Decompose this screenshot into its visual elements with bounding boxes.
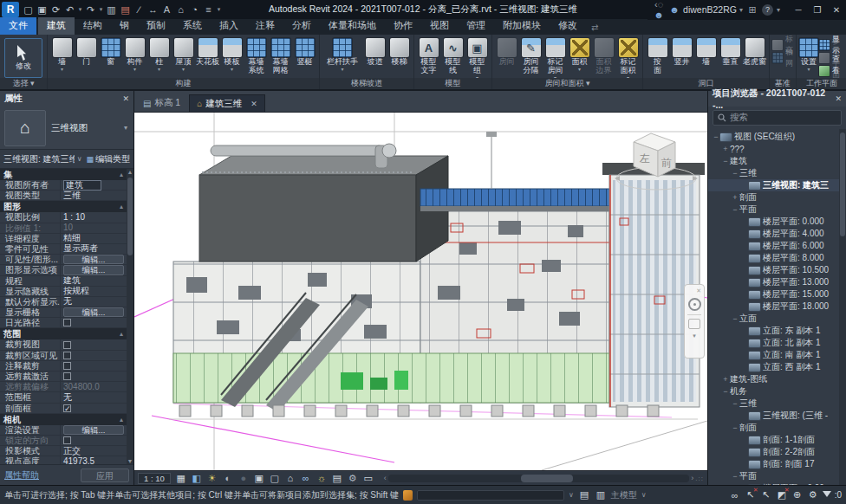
instance-selector[interactable]: 三维视图: 建筑三维 <box>3 153 75 165</box>
tool-modify[interactable]: 修改 <box>4 38 42 78</box>
checkbox[interactable] <box>63 362 71 370</box>
ribbon-tab-manage[interactable]: 管理 <box>458 17 494 35</box>
section-icon[interactable]: ◔ <box>188 3 201 16</box>
sun-path-icon[interactable]: ☀ <box>206 472 218 484</box>
ribbon-tab-architecture[interactable]: 建筑 <box>38 17 75 35</box>
search-icon[interactable]: ◌ <box>658 0 664 10</box>
tool-by-face[interactable]: 按 面 <box>646 37 669 75</box>
scroll-right-icon[interactable]: › <box>691 474 693 482</box>
tool-door[interactable]: 门 <box>75 37 98 67</box>
edit-button[interactable]: 编辑... <box>63 265 124 275</box>
tree-item[interactable]: 楼层平面: 13.000 <box>708 276 839 288</box>
tool-shaft[interactable]: 竖井 <box>670 37 693 67</box>
close-view-icon[interactable]: ✕ <box>251 100 257 108</box>
tool-railing[interactable]: 栏杆扶手▾ <box>322 37 362 71</box>
tree-item[interactable]: −机务 <box>708 385 839 397</box>
apply-button[interactable]: 应用 <box>81 468 129 482</box>
thin-lines-icon[interactable]: ≡ <box>202 3 215 16</box>
tool-model-group[interactable]: ▣模型 组▾ <box>465 37 489 80</box>
tool-model-text[interactable]: A模型 文字 <box>417 37 440 75</box>
cart-icon[interactable]: ⊞ <box>746 4 758 16</box>
tree-item[interactable]: +??? <box>708 143 839 155</box>
restore-button[interactable]: ❐ <box>808 0 827 19</box>
tool-component[interactable]: 构件▾ <box>123 37 146 71</box>
help-icon[interactable]: ? <box>762 4 773 16</box>
edit-type-button[interactable]: ▦ 编辑类型 <box>86 153 130 165</box>
tool-floor[interactable]: 楼板▾ <box>220 37 244 71</box>
project-browser-close-icon[interactable]: ✕ <box>835 94 842 103</box>
tool-grid[interactable]: 轴网 <box>772 52 793 63</box>
edit-button[interactable]: 编辑... <box>63 307 124 318</box>
well-caret-icon[interactable]: ∨ <box>569 491 574 499</box>
tree-item[interactable]: −剖面 <box>708 422 839 434</box>
tree-item[interactable]: 剖面: 剖面 17 <box>708 458 839 470</box>
scroll-left-icon[interactable]: ‹ <box>384 474 387 482</box>
tree-item[interactable]: −平面 <box>708 204 839 216</box>
help-caret-icon[interactable]: ▾ <box>777 6 780 14</box>
shadows-icon[interactable]: ◐ <box>222 472 234 484</box>
instance-caret-icon[interactable]: ∨ <box>77 155 84 163</box>
tree-item[interactable]: 楼层平面: 8.000 <box>708 252 839 264</box>
tool-set-work-plane[interactable]: 设置▾ <box>799 37 818 71</box>
steering-wheel-icon[interactable] <box>688 298 701 311</box>
type-selector-caret-icon[interactable]: ▾ <box>124 124 129 132</box>
property-section-header[interactable]: 图形▴ <box>0 201 127 212</box>
tree-item[interactable]: 立面: 南 副本 1 <box>708 349 839 361</box>
tree-item[interactable]: 楼层平面: 6.000 <box>708 240 839 252</box>
tool-wall-opening[interactable]: 墙 <box>694 37 718 67</box>
tool-roof[interactable]: 屋顶▾ <box>172 37 195 71</box>
default-3d-view-icon[interactable]: ⌂ <box>174 3 187 16</box>
tool-room-separator[interactable]: ✎房间 分隔 <box>519 37 543 75</box>
detail-level-icon[interactable]: ▦ <box>175 472 187 484</box>
user-name[interactable]: diwenB22RG <box>683 4 737 15</box>
ribbon-tab-precast[interactable]: 预制 <box>138 17 174 35</box>
view-tab-arch-3d[interactable]: ⌂建筑三维✕ <box>189 94 265 112</box>
temporary-view-properties-icon[interactable]: ▤ <box>331 472 343 484</box>
tree-item[interactable]: 立面: 北 副本 1 <box>708 337 839 349</box>
view-scale[interactable]: 1 : 10 <box>138 473 171 484</box>
crop-view-icon[interactable]: ▣ <box>253 472 265 484</box>
ribbon-tab-systems[interactable]: 系统 <box>174 17 211 35</box>
active-design-option[interactable]: 主模型 <box>611 489 637 501</box>
browser-search-input[interactable]: 搜索 <box>713 110 842 126</box>
ribbon-tab-annotate[interactable]: 注释 <box>247 17 283 35</box>
tree-item[interactable]: 三维视图: (三维 - <box>708 410 839 422</box>
checkbox[interactable] <box>63 341 71 349</box>
tree-item[interactable]: +建筑-图纸 <box>708 373 839 385</box>
ribbon-tab-addins[interactable]: 附加模块 <box>494 17 550 35</box>
tool-mullion[interactable]: 竖梃 <box>293 37 316 67</box>
browser-scrollbar[interactable] <box>839 129 846 485</box>
property-section-header[interactable]: 集▴ <box>0 169 127 180</box>
ribbon-tab-modify[interactable]: 修改 <box>550 17 586 35</box>
visual-style-icon[interactable]: ◧ <box>191 472 203 484</box>
checkbox[interactable] <box>63 319 71 326</box>
tree-item[interactable]: 剖面: 2-2剖面 <box>708 446 839 458</box>
ribbon-tab-steel[interactable]: 钢 <box>111 17 138 35</box>
show-crop-icon[interactable]: ▢ <box>269 472 281 484</box>
tree-item[interactable]: −建筑 <box>708 155 839 167</box>
tool-ceiling[interactable]: 天花板 <box>196 37 219 67</box>
tool-curtain-grid[interactable]: 幕墙 网格 <box>269 37 292 75</box>
checkbox[interactable] <box>63 372 71 380</box>
measure-icon[interactable]: ∕ <box>133 3 146 16</box>
tool-wall[interactable]: 墙▾ <box>50 37 74 71</box>
tool-tag-area[interactable]: 标记 面积▾ <box>616 37 640 80</box>
minimize-button[interactable]: ─ <box>789 0 808 19</box>
tree-item[interactable]: −平面 <box>708 470 839 482</box>
print-icon[interactable]: ▥ <box>105 3 118 16</box>
edit-button[interactable]: 编辑... <box>63 255 124 265</box>
select-underlay-elements-icon[interactable]: ↖ <box>745 489 757 501</box>
tool-stair[interactable]: 楼梯 <box>387 37 411 67</box>
tool-room[interactable]: 房间 <box>495 37 518 67</box>
properties-help-link[interactable]: 属性帮助 <box>4 469 39 481</box>
design-options-icon[interactable]: ▥ <box>595 489 607 501</box>
undo-caret-icon[interactable]: ▾ <box>77 3 83 16</box>
ribbon-tab-analyze[interactable]: 分析 <box>283 17 320 35</box>
property-section-header[interactable]: 相机▴ <box>0 414 127 425</box>
ribbon-tab-insert[interactable]: 插入 <box>211 17 247 35</box>
open-icon[interactable]: ▢ <box>22 3 35 16</box>
tool-dormer[interactable]: 老虎窗 <box>743 37 766 67</box>
tool-tag-room[interactable]: 标记 房间▾ <box>543 37 567 80</box>
drawing-canvas[interactable]: 左 前 ✕ ▾ <box>134 113 707 470</box>
tool-window[interactable]: 窗 <box>99 37 122 67</box>
